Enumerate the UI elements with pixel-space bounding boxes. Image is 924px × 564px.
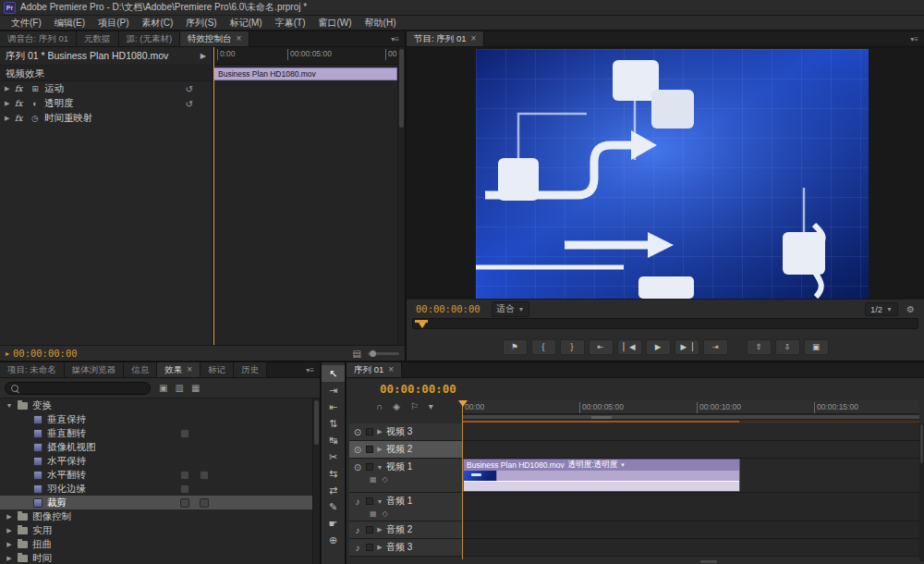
effects-tree-row[interactable]: ▶ 实用	[0, 523, 312, 537]
track-lane[interactable]	[463, 441, 919, 459]
effects-tree-row[interactable]: 裁剪	[0, 496, 312, 509]
effects-tree-row[interactable]: ▶ 扭曲	[0, 537, 312, 551]
reset-effect-icon[interactable]: ↺	[186, 99, 193, 109]
menu-item[interactable]: 序列(S)	[179, 17, 223, 30]
scrollbar-thumb[interactable]	[920, 424, 923, 463]
razor-tool[interactable]: ✂	[322, 448, 345, 465]
fx-enable-toggle[interactable]: fx	[15, 114, 26, 123]
track-output-toggle-icon[interactable]: ♪	[352, 543, 363, 553]
track-select-tool[interactable]: ⇥	[322, 382, 345, 398]
encore-chapter-marker-button[interactable]: ◈	[393, 402, 400, 411]
panel-tab[interactable]: 项目: 未命名	[0, 362, 65, 377]
fx-enable-toggle[interactable]: fx	[15, 99, 26, 108]
panel-menu-icon[interactable]: ▾≡	[300, 362, 320, 377]
menu-item[interactable]: 编辑(E)	[48, 17, 91, 30]
fit-dropdown[interactable]: 适合 ▼	[492, 301, 530, 317]
rate-stretch-tool[interactable]: ↹	[322, 432, 345, 448]
track-output-toggle-icon[interactable]: ♪	[352, 525, 363, 535]
expand-chevron-icon[interactable]: ▼	[6, 402, 13, 409]
timeline-ruler[interactable]: 00:00 00:00:05:00 00:00:10:00 00:00:15:0…	[462, 400, 919, 414]
track-lock-toggle[interactable]	[366, 446, 373, 453]
track-expand-icon[interactable]: ▼	[376, 464, 383, 471]
marker-button[interactable]: ⚐	[410, 402, 419, 411]
panel-tab[interactable]: 特效控制台 ×	[180, 31, 249, 46]
tab-close-icon[interactable]: ×	[237, 34, 242, 43]
mark-out-button[interactable]: }	[560, 339, 585, 355]
go-to-in-button[interactable]: ⇤	[589, 339, 614, 355]
expand-chevron-icon[interactable]: ▶	[5, 85, 11, 92]
track-lock-toggle[interactable]	[366, 463, 373, 471]
search-box[interactable]	[5, 382, 151, 395]
panel-menu-icon[interactable]: ▾≡	[385, 31, 405, 46]
effects-tree-row[interactable]: ▶ 图像控制	[0, 509, 312, 523]
scrollbar-thumb[interactable]	[314, 400, 319, 445]
panel-tab[interactable]: 历史	[234, 362, 267, 377]
track-lock-toggle[interactable]	[366, 544, 373, 551]
slip-tool[interactable]: ⇆	[322, 465, 345, 482]
panel-tab[interactable]: 媒体浏览器	[65, 362, 125, 377]
timeline-clip[interactable]: Business Plan HD1080.mov 透明度:透明度 ▾	[463, 459, 740, 492]
expand-chevron-icon[interactable]: ▶	[6, 541, 13, 548]
effect-controls-timecode[interactable]: 00:00:00:00	[13, 348, 78, 359]
playback-resolution-dropdown[interactable]: 1/2 ▼	[865, 302, 898, 316]
menu-item[interactable]: 窗口(W)	[311, 17, 358, 30]
filmstrip-icon[interactable]: ▤	[353, 349, 361, 359]
pen-tool[interactable]: ✎	[322, 498, 345, 515]
playhead-caret[interactable]	[458, 400, 468, 407]
work-area-grip[interactable]	[591, 416, 612, 419]
search-input[interactable]	[23, 383, 144, 394]
effect-row[interactable]: ▶ fx ⊞ 运动 ↺	[0, 81, 212, 96]
menu-item[interactable]: 字幕(T)	[269, 17, 312, 30]
program-timecode[interactable]: 00:00:00:00	[416, 303, 480, 314]
tab-close-icon[interactable]: ×	[471, 34, 477, 43]
track-expand-icon[interactable]: ▶	[376, 428, 383, 435]
track-lock-toggle[interactable]	[366, 428, 373, 435]
hand-tool[interactable]: ☛	[322, 515, 345, 532]
track-header[interactable]: ♪ ▶ 音频 3	[349, 539, 462, 557]
effects-tree-row[interactable]: 水平翻转	[0, 468, 312, 482]
go-to-out-button[interactable]: ⇥	[703, 339, 728, 355]
play-button[interactable]: ▶	[646, 339, 671, 355]
track-output-toggle-icon[interactable]: ⊙	[352, 445, 363, 455]
show-keyframes-toggle-icon[interactable]: ▶	[201, 52, 206, 60]
panel-tab[interactable]: 节目: 序列 01 ×	[407, 31, 484, 46]
clip-effect-dropdown-icon[interactable]: ▾	[621, 461, 625, 469]
scrollbar[interactable]	[919, 423, 924, 561]
zoom-slider[interactable]	[368, 352, 399, 355]
expand-chevron-icon[interactable]: ▶	[6, 555, 13, 562]
track-lock-toggle[interactable]	[366, 526, 373, 533]
scrubber-playhead[interactable]	[419, 323, 426, 328]
track-keyframes-icon[interactable]: ◇	[383, 509, 388, 518]
scrollbar-thumb[interactable]	[399, 49, 404, 128]
panel-tab[interactable]: 信息	[124, 362, 157, 377]
scrollbar[interactable]	[397, 47, 405, 345]
accelerated-effects-filter-icon[interactable]: ▣	[159, 384, 167, 393]
effects-tree-row[interactable]: 羽化边缘	[0, 482, 312, 496]
panel-tab[interactable]: 元数据	[77, 31, 119, 46]
extract-button[interactable]: ⇩	[775, 339, 800, 355]
timeline-menu-icon[interactable]: ▾	[429, 402, 433, 411]
track-header[interactable]: ♪ ▶ 音频 2	[349, 521, 462, 539]
track-lane[interactable]	[463, 521, 919, 539]
add-marker-button[interactable]: ⚑	[503, 339, 528, 355]
effect-controls-timeline[interactable]: 0:00 00:00:05:00 00:0 Business Plan HD10…	[213, 47, 397, 345]
track-lane[interactable]	[463, 539, 919, 557]
effect-controls-ruler[interactable]: 0:00 00:00:05:00 00:0	[213, 47, 397, 65]
track-header[interactable]: ⊙ ▶ 视频 3	[349, 423, 462, 441]
panel-tab[interactable]: 序列 01 ×	[346, 362, 402, 377]
slide-tool[interactable]: ⇄	[322, 482, 345, 498]
effects-tree-row[interactable]: 垂直保持	[0, 412, 312, 426]
track-expand-icon[interactable]: ▼	[376, 498, 383, 505]
source-clip-header[interactable]: 序列 01 * Business Plan HD1080.mov ▶	[0, 47, 212, 66]
clip-effect-label[interactable]: 透明度:透明度	[568, 460, 617, 471]
track-lock-toggle[interactable]	[366, 497, 373, 505]
snap-toggle[interactable]: ∩	[376, 402, 383, 411]
step-back-button[interactable]: ▏◀	[617, 339, 642, 355]
track-keyframes-icon[interactable]: ◇	[383, 475, 388, 484]
track-header[interactable]: ⊙ ▶ 视频 2	[349, 441, 462, 459]
menu-item[interactable]: 标记(M)	[224, 17, 269, 30]
tab-close-icon[interactable]: ×	[187, 365, 192, 374]
panel-tab[interactable]: 标记	[201, 362, 234, 377]
track-lane[interactable]	[463, 423, 919, 441]
effect-row[interactable]: ▶ fx ◷ 时间重映射 ↺	[0, 111, 212, 126]
